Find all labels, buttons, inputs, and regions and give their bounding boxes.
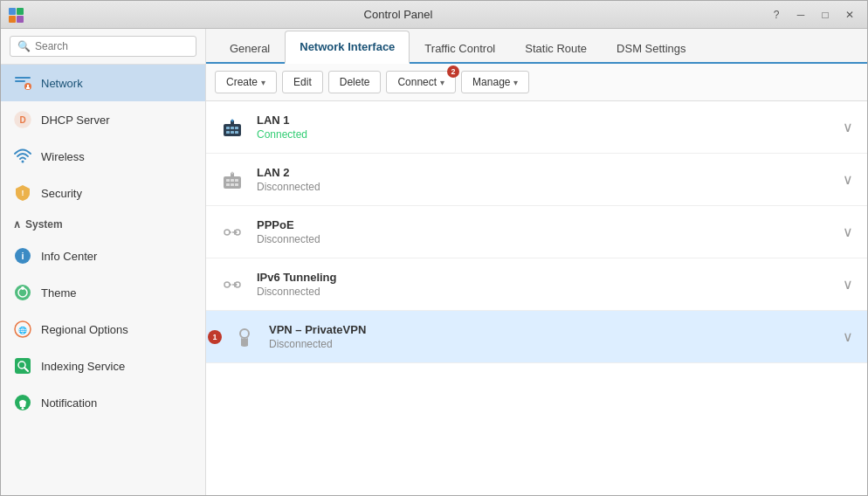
tab-static-route[interactable]: Static Route — [510, 32, 602, 64]
tab-network-interface[interactable]: Network Interface — [285, 31, 410, 64]
svg-point-11 — [22, 161, 24, 163]
sidebar-item-theme-label: Theme — [41, 286, 76, 300]
svg-rect-27 — [231, 127, 234, 129]
svg-rect-26 — [226, 127, 230, 129]
svg-text:!: ! — [22, 189, 24, 197]
connect-button[interactable]: Connect ▾ — [386, 71, 456, 93]
search-input[interactable] — [35, 40, 189, 52]
system-section-label: System — [25, 218, 63, 231]
pppoe-name: PPPoE — [257, 218, 830, 231]
search-icon: 🔍 — [17, 40, 31, 52]
window-controls: ? ─ □ ✕ — [766, 6, 860, 24]
sidebar-item-security-label: Security — [41, 187, 82, 200]
pppoe-icon — [220, 220, 245, 245]
svg-point-17 — [21, 286, 24, 290]
sidebar-item-regional-options[interactable]: 🌐 Regional Options — [1, 311, 205, 348]
sidebar-item-indexing-service[interactable]: Indexing Service — [1, 348, 205, 384]
sidebar-item-theme[interactable]: Theme — [1, 274, 205, 311]
network-item-pppoe[interactable]: PPPoE Disconnected ∨ — [206, 206, 867, 258]
network-item-lan2[interactable]: LAN 2 Disconnected ∨ — [206, 154, 867, 206]
pppoe-info: PPPoE Disconnected — [257, 218, 830, 245]
delete-button[interactable]: Delete — [328, 71, 382, 93]
control-panel-window: Control Panel ? ─ □ ✕ 🔍 — [0, 0, 868, 496]
svg-rect-34 — [224, 176, 241, 189]
sidebar-item-dhcp-label: DHCP Server — [41, 114, 110, 127]
network-item-ipv6[interactable]: IPv6 Tunneling Disconnected ∨ — [206, 258, 867, 311]
collapse-icon: ∧ — [13, 218, 21, 231]
minimize-button[interactable]: ─ — [790, 6, 811, 24]
lan2-icon — [220, 168, 245, 192]
sidebar-item-dhcp[interactable]: D DHCP Server — [1, 101, 205, 138]
svg-rect-3 — [17, 16, 24, 23]
svg-point-46 — [224, 282, 230, 287]
sidebar-item-info-center[interactable]: i Info Center — [1, 238, 205, 274]
security-icon: ! — [13, 183, 32, 203]
ipv6-status: Disconnected — [257, 286, 830, 298]
network-icon — [13, 73, 32, 93]
sidebar-item-wireless[interactable]: Wireless — [1, 138, 205, 175]
connect-badge: 2 — [447, 65, 459, 78]
svg-rect-1 — [9, 16, 16, 23]
vpn-info: VPN – PrivateVPN Disconnected — [269, 323, 830, 350]
vpn-icon — [232, 325, 257, 349]
edit-button[interactable]: Edit — [282, 71, 323, 93]
sidebar-item-network[interactable]: Network — [1, 65, 205, 101]
sidebar-item-security[interactable]: ! Security — [1, 175, 205, 211]
ipv6-info: IPv6 Tunneling Disconnected — [257, 271, 830, 298]
lan2-chevron: ∨ — [843, 171, 853, 188]
tab-dsm-settings[interactable]: DSM Settings — [602, 32, 700, 64]
lan1-name: LAN 1 — [257, 114, 830, 127]
sidebar-item-notification-label: Notification — [41, 396, 97, 410]
svg-rect-38 — [226, 183, 230, 186]
wireless-icon — [13, 147, 32, 166]
svg-text:D: D — [19, 115, 25, 125]
pppoe-chevron: ∨ — [843, 224, 853, 240]
vpn-chevron: ∨ — [843, 328, 853, 345]
svg-rect-2 — [17, 8, 24, 15]
svg-rect-39 — [231, 183, 234, 186]
system-section-header[interactable]: ∧ System — [1, 211, 205, 238]
svg-rect-25 — [224, 124, 241, 136]
maximize-button[interactable]: □ — [815, 6, 836, 24]
svg-point-33 — [231, 119, 234, 121]
svg-point-42 — [231, 171, 234, 174]
svg-rect-37 — [235, 179, 238, 182]
manage-button[interactable]: Manage ▾ — [461, 71, 529, 93]
lan2-status: Disconnected — [257, 181, 830, 193]
svg-point-43 — [224, 230, 230, 235]
close-button[interactable]: ✕ — [839, 6, 860, 24]
network-item-vpn[interactable]: 1 VPN – PrivateVPN Disconnected ∨ — [206, 311, 867, 363]
dhcp-icon: D — [13, 110, 32, 129]
sidebar-item-network-label: Network — [41, 77, 83, 90]
vpn-status: Disconnected — [269, 338, 830, 350]
title-bar: Control Panel ? ─ □ ✕ — [1, 1, 867, 29]
svg-rect-35 — [226, 179, 230, 182]
lan2-name: LAN 2 — [257, 166, 830, 179]
sidebar-search-area: 🔍 — [1, 29, 205, 65]
notification-icon — [13, 393, 32, 412]
theme-icon — [13, 283, 32, 302]
create-dropdown-arrow: ▾ — [261, 78, 265, 87]
svg-rect-36 — [231, 179, 234, 182]
svg-rect-28 — [235, 127, 238, 129]
tab-general[interactable]: General — [215, 32, 285, 64]
svg-rect-30 — [231, 131, 234, 134]
manage-dropdown-arrow: ▾ — [513, 78, 518, 87]
help-button[interactable]: ? — [766, 6, 787, 24]
search-box[interactable]: 🔍 — [10, 36, 196, 57]
content-area: General Network Interface Traffic Contro… — [206, 29, 867, 495]
pppoe-status: Disconnected — [257, 233, 830, 245]
network-item-lan1[interactable]: LAN 1 Connected ∨ — [206, 101, 867, 154]
sidebar-item-info-center-label: Info Center — [41, 250, 97, 263]
lan2-info: LAN 2 Disconnected — [257, 166, 830, 193]
connect-dropdown-arrow: ▾ — [440, 78, 444, 87]
lan1-info: LAN 1 Connected — [257, 114, 830, 141]
ipv6-chevron: ∨ — [843, 276, 853, 293]
create-button[interactable]: Create ▾ — [215, 71, 277, 93]
svg-point-49 — [240, 329, 249, 338]
svg-rect-31 — [235, 131, 238, 134]
tab-bar: General Network Interface Traffic Contro… — [206, 29, 867, 64]
tab-traffic-control[interactable]: Traffic Control — [410, 32, 510, 64]
sidebar-item-notification[interactable]: Notification — [1, 384, 205, 421]
sidebar-item-indexing-service-label: Indexing Service — [41, 360, 125, 373]
